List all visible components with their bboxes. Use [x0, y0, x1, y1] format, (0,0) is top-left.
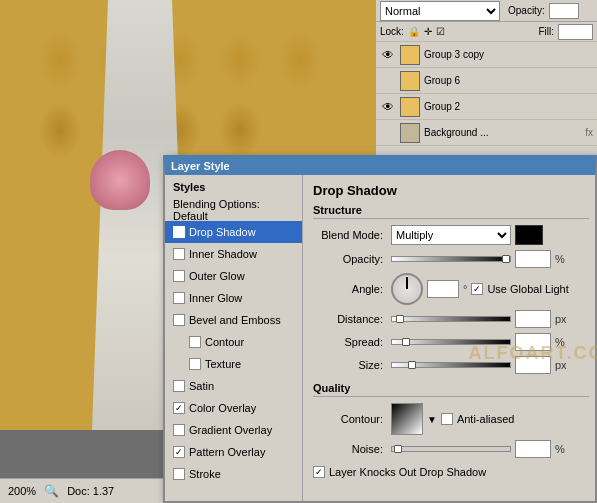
color-overlay-checkbox[interactable]: ✓ [173, 402, 185, 414]
anti-aliased-label: Anti-aliased [457, 413, 514, 425]
gradient-overlay-checkbox[interactable] [173, 424, 185, 436]
dialog-title-bar: Layer Style [165, 157, 595, 175]
layer-thumbnail [400, 123, 420, 143]
dial-needle [406, 277, 408, 289]
blending-options-item[interactable]: Blending Options: Default [165, 199, 302, 221]
opacity-input[interactable]: 100% [549, 3, 579, 19]
layer-knocks-checkbox[interactable] [313, 466, 325, 478]
contour-checkbox[interactable] [189, 336, 201, 348]
layer-thumbnail [400, 97, 420, 117]
angle-label: Angle: [313, 283, 383, 295]
outer-glow-checkbox[interactable] [173, 270, 185, 282]
layer-visibility-icon[interactable] [380, 73, 396, 89]
contour-dropdown-icon[interactable]: ▼ [427, 414, 437, 425]
layers-panel: Normal Multiply Screen Opacity: 100% Loc… [375, 0, 597, 155]
blend-mode-color-swatch[interactable] [515, 225, 543, 245]
layers-header: Normal Multiply Screen Opacity: 100% [376, 0, 597, 22]
layer-visibility-icon[interactable]: 👁 [380, 99, 396, 115]
stroke-item[interactable]: Stroke [165, 463, 302, 485]
color-overlay-item[interactable]: ✓ Color Overlay [165, 397, 302, 419]
size-thumb[interactable] [408, 361, 416, 369]
distance-slider[interactable] [391, 316, 511, 322]
drop-shadow-item[interactable]: ✓ Drop Shadow [165, 221, 302, 243]
inner-shadow-item[interactable]: Inner Shadow [165, 243, 302, 265]
fill-input[interactable]: 100% [558, 24, 593, 40]
distance-input[interactable]: 1 [515, 310, 551, 328]
outer-glow-item[interactable]: Outer Glow [165, 265, 302, 287]
distance-thumb[interactable] [396, 315, 404, 323]
opacity-label: Opacity: [313, 253, 383, 265]
size-slider[interactable] [391, 362, 511, 368]
layer-visibility-icon[interactable] [380, 125, 396, 141]
styles-header[interactable]: Styles [165, 175, 302, 199]
angle-unit: ° [463, 283, 467, 295]
bevel-emboss-checkbox[interactable] [173, 314, 185, 326]
canvas-flower [90, 150, 150, 210]
layer-visibility-icon[interactable]: 👁 [380, 47, 396, 63]
bevel-emboss-item[interactable]: Bevel and Emboss [165, 309, 302, 331]
lock-move-icon[interactable]: ✛ [424, 26, 432, 37]
inner-shadow-checkbox[interactable] [173, 248, 185, 260]
lock-icon[interactable]: 🔒 [408, 26, 420, 37]
opacity-label: Opacity: [508, 5, 545, 16]
inner-glow-item[interactable]: Inner Glow [165, 287, 302, 309]
noise-row: Noise: 0 % [313, 440, 589, 458]
opacity-slider-track[interactable] [391, 256, 511, 262]
layer-blend-mode[interactable]: Normal Multiply Screen [380, 1, 500, 21]
size-label: Size: [313, 359, 383, 371]
layer-name: Group 2 [424, 101, 593, 112]
layer-knocks-row: Layer Knocks Out Drop Shadow [313, 466, 589, 478]
fill-label: Fill: [538, 26, 554, 37]
spread-row: Spread: 3 % [313, 333, 589, 351]
size-input[interactable]: 5 [515, 356, 551, 374]
zoom-icon[interactable]: 🔍 [44, 484, 59, 498]
layer-item[interactable]: Background ... fx [376, 120, 597, 146]
angle-dial[interactable] [391, 273, 423, 305]
lock-label: Lock: [380, 26, 404, 37]
layer-item[interactable]: Group 6 [376, 68, 597, 94]
angle-input[interactable]: 90 [427, 280, 459, 298]
zoom-level: 200% [8, 485, 36, 497]
lock-check-icon[interactable]: ☑ [436, 26, 445, 37]
pattern-overlay-item[interactable]: ✓ Pattern Overlay [165, 441, 302, 463]
dialog-title: Layer Style [171, 160, 230, 172]
pattern-overlay-checkbox[interactable]: ✓ [173, 446, 185, 458]
global-light-checkbox[interactable] [471, 283, 483, 295]
texture-item[interactable]: Texture [165, 353, 302, 375]
layer-item[interactable]: 👁 Group 3 copy [376, 42, 597, 68]
opacity-input[interactable]: 100 [515, 250, 551, 268]
distance-row: Distance: 1 px [313, 310, 589, 328]
anti-aliased-checkbox[interactable] [441, 413, 453, 425]
gradient-overlay-item[interactable]: Gradient Overlay [165, 419, 302, 441]
opacity-row: Opacity: 100 % [313, 250, 589, 268]
spread-input[interactable]: 3 [515, 333, 551, 351]
blend-mode-label: Blend Mode: [313, 229, 383, 241]
drop-shadow-checkbox[interactable]: ✓ [173, 226, 185, 238]
angle-row: Angle: 90 ° Use Global Light [313, 273, 589, 305]
opacity-unit: % [555, 253, 565, 265]
structure-label: Structure [313, 204, 589, 219]
noise-slider[interactable] [391, 446, 511, 452]
blend-mode-row: Blend Mode: Multiply Normal Screen [313, 225, 589, 245]
inner-glow-checkbox[interactable] [173, 292, 185, 304]
spread-slider[interactable] [391, 339, 511, 345]
noise-thumb[interactable] [394, 445, 402, 453]
settings-panel: Drop Shadow Structure Blend Mode: Multip… [303, 175, 597, 501]
drop-shadow-blend-select[interactable]: Multiply Normal Screen [391, 225, 511, 245]
satin-item[interactable]: Satin [165, 375, 302, 397]
noise-input[interactable]: 0 [515, 440, 551, 458]
layer-name: Background ... [424, 127, 581, 138]
contour-item[interactable]: Contour [165, 331, 302, 353]
layer-thumbnail [400, 45, 420, 65]
spread-thumb[interactable] [402, 338, 410, 346]
texture-checkbox[interactable] [189, 358, 201, 370]
satin-checkbox[interactable] [173, 380, 185, 392]
size-unit: px [555, 359, 567, 371]
section-title: Drop Shadow [313, 183, 589, 198]
opacity-slider-thumb[interactable] [502, 255, 510, 263]
global-light-label: Use Global Light [487, 283, 568, 295]
layer-item[interactable]: 👁 Group 2 [376, 94, 597, 120]
contour-thumbnail[interactable] [391, 403, 423, 435]
layer-thumbnail [400, 71, 420, 91]
stroke-checkbox[interactable] [173, 468, 185, 480]
